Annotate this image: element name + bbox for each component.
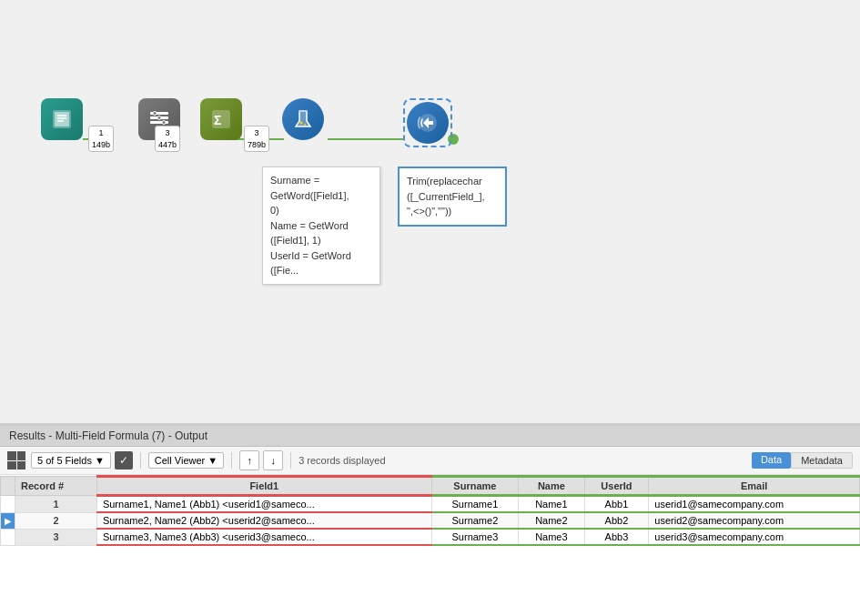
row-indicator [1,496,15,513]
checkmark-btn[interactable]: ✓ [115,451,133,470]
svg-point-13 [153,112,157,116]
table-row[interactable]: ▶2Surname2, Name2 (Abb2) <userid2@sameco… [1,512,860,529]
toolbar-divider-1 [140,452,141,469]
svg-rect-6 [55,112,69,126]
field1-cell[interactable]: Surname2, Name2 (Abb2) <userid2@sameco..… [96,512,431,529]
data-table-wrapper: Record # Field1 Surname Name UserId [0,475,860,616]
viewer-label: Cell Viewer [155,455,205,466]
surname-header: Surname [431,477,518,496]
name-cell[interactable]: Name2 [519,512,585,529]
field1-cell[interactable]: Surname3, Name3 (Abb3) <userid3@sameco..… [96,529,431,545]
table-row[interactable]: 3Surname3, Name3 (Abb3) <userid3@sameco.… [1,529,860,545]
viewer-dropdown-arrow: ▼ [207,455,218,466]
svg-rect-20 [298,110,308,112]
cell-viewer-dropdown[interactable]: Cell Viewer ▼ [148,452,224,469]
toolbar-divider-2 [231,452,232,469]
userid-cell[interactable]: Abb1 [584,496,649,513]
surname-cell[interactable]: Surname2 [431,512,518,529]
svg-text:Σ: Σ [214,113,221,127]
field1-header: Field1 [96,477,431,496]
email-cell[interactable]: userid3@samecompany.com [649,529,860,545]
formula-node[interactable]: Σ [200,98,242,140]
name-cell[interactable]: Name3 [519,529,585,545]
surname-cell[interactable]: Surname1 [431,496,518,513]
userid-header: UserId [584,477,649,496]
indicator-header [1,477,15,496]
email-cell[interactable]: userid2@samecompany.com [649,512,860,529]
grid-view-icon[interactable] [7,451,25,470]
formula-tooltip: Surname = GetWord([Field1], 0) Name = Ge… [262,167,380,285]
field1-cell[interactable]: Surname1, Name1 (Abb1) <userid1@sameco..… [96,496,431,513]
records-count: 3 records displayed [298,455,385,466]
svg-point-14 [157,116,161,120]
userid-cell[interactable]: Abb3 [584,529,649,545]
data-tab[interactable]: Data [752,452,791,469]
results-panel: Results - Multi-Field Formula (7) - Outp… [0,425,860,616]
workflow-canvas: 1 149b 3 447b Σ 3 789 [0,0,860,425]
data-table: Record # Field1 Surname Name UserId [0,475,860,546]
badge-1: 1 149b [88,126,114,152]
name-cell[interactable]: Name1 [519,496,585,513]
svg-point-15 [162,121,166,125]
record-num-header: Record # [15,477,97,496]
lab-node[interactable] [282,98,324,140]
results-toolbar: 5 of 5 Fields ▼ ✓ Cell Viewer ▼ ↑ ↓ 3 re… [0,447,860,475]
badge-2: 3 447b [155,126,180,152]
svg-point-18 [300,122,303,125]
input-node[interactable] [41,98,83,140]
results-title: Results - Multi-Field Formula (7) - Outp… [9,429,207,442]
email-cell[interactable]: userid1@samecompany.com [649,496,860,513]
trim-tooltip: Trim(replacechar ([_CurrentField_], ",<>… [398,167,507,227]
table-header-row: Record # Field1 Surname Name UserId [1,477,860,496]
record-number: 2 [15,512,97,529]
table-body: 1Surname1, Name1 (Abb1) <userid1@sameco.… [1,496,860,546]
fields-label: 5 of 5 Fields [37,455,92,466]
output-node[interactable] [403,98,452,147]
results-header: Results - Multi-Field Formula (7) - Outp… [0,426,860,447]
userid-cell[interactable]: Abb2 [584,512,649,529]
table-row[interactable]: 1Surname1, Name1 (Abb1) <userid1@sameco.… [1,496,860,513]
badge-3: 3 789b [244,126,269,152]
sort-desc-btn[interactable]: ↓ [263,450,283,470]
sort-asc-btn[interactable]: ↑ [239,450,259,470]
email-header: Email [649,477,860,496]
fields-dropdown[interactable]: 5 of 5 Fields ▼ [31,452,111,469]
record-number: 3 [15,529,97,545]
record-number: 1 [15,496,97,513]
name-header: Name [519,477,585,496]
toolbar-divider-3 [290,452,291,469]
row-indicator [1,529,15,545]
row-indicator: ▶ [1,512,15,529]
surname-cell[interactable]: Surname3 [431,529,518,545]
dropdown-arrow-icon: ▼ [95,455,105,466]
metadata-tab[interactable]: Metadata [791,452,853,469]
svg-point-19 [304,124,306,126]
